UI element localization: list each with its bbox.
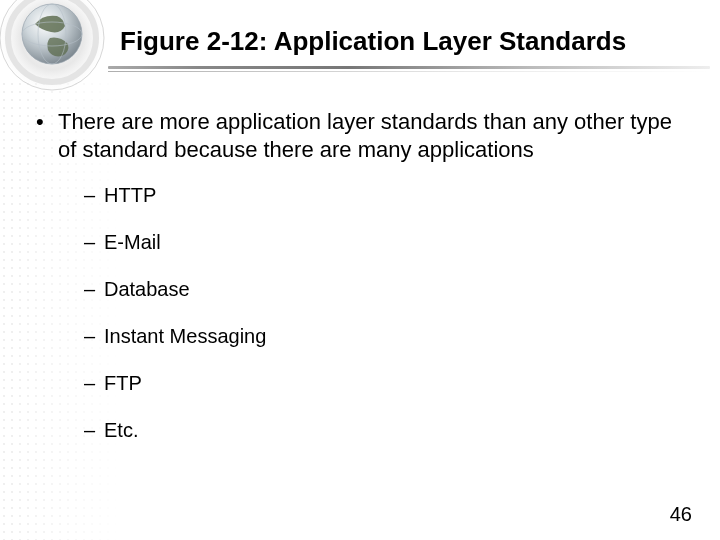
- svg-point-0: [0, 0, 104, 90]
- globe-icon: [0, 0, 110, 100]
- sub-bullet-text: Database: [104, 278, 190, 300]
- svg-point-4: [22, 4, 82, 64]
- bullet-main: There are more application layer standar…: [36, 108, 680, 443]
- svg-point-5: [38, 4, 66, 64]
- svg-point-1: [0, 0, 104, 90]
- sub-bullet: E-Mail: [84, 230, 680, 255]
- svg-point-6: [22, 22, 82, 46]
- sub-bullet: Database: [84, 277, 680, 302]
- svg-point-2: [8, 0, 96, 82]
- title-underline: [108, 66, 710, 76]
- sub-bullet: HTTP: [84, 183, 680, 208]
- sub-bullet-text: Instant Messaging: [104, 325, 266, 347]
- svg-point-3: [22, 4, 82, 64]
- sub-bullet: FTP: [84, 371, 680, 396]
- sub-bullet-text: FTP: [104, 372, 142, 394]
- page-number: 46: [670, 503, 692, 526]
- sub-bullet-text: Etc.: [104, 419, 138, 441]
- slide-body: There are more application layer standar…: [36, 108, 680, 465]
- sub-bullet: Etc.: [84, 418, 680, 443]
- bullet-main-text: There are more application layer standar…: [58, 109, 672, 162]
- sub-bullet-text: HTTP: [104, 184, 156, 206]
- sub-bullet: Instant Messaging: [84, 324, 680, 349]
- slide-title: Figure 2-12: Application Layer Standards: [120, 26, 700, 57]
- sub-bullet-text: E-Mail: [104, 231, 161, 253]
